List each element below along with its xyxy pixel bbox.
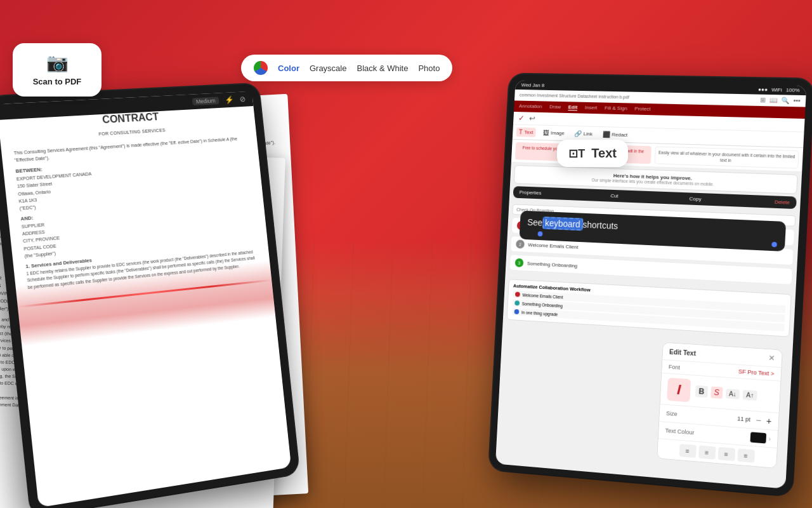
lightning-icon: ⚡ — [225, 95, 234, 104]
edit-text-panel: Edit Text ✕ Font SF Pro Text > I B S A↓ … — [657, 342, 783, 469]
scan-to-pdf-badge[interactable]: 📷 Scan to PDF — [13, 43, 102, 97]
size-small-btn[interactable]: A↓ — [725, 389, 740, 399]
align-center-btn[interactable]: ≡ — [698, 445, 716, 459]
scan-label: Scan to PDF — [33, 77, 82, 88]
collab-text-3: In one thing upgrade — [521, 310, 558, 316]
ks-prefix: See — [527, 217, 543, 228]
color-wheel-icon — [254, 61, 268, 75]
prop-copy[interactable]: Copy — [689, 196, 701, 203]
bold-btn[interactable]: B — [695, 385, 708, 398]
et-size-controls: 11 pt − + — [737, 413, 772, 426]
rt-filename: common Investment Structure Datasheet in… — [520, 93, 629, 100]
toolbar-annotation[interactable]: Annotation — [519, 104, 542, 110]
collab-text-1: Welcome Emails Client — [522, 293, 563, 299]
text-badge[interactable]: ⊡T Text — [557, 140, 628, 167]
rt-icon-search[interactable]: 🔍 — [782, 97, 790, 104]
color-opt-color[interactable]: Color — [278, 64, 299, 73]
list-num-2: 2 — [516, 240, 525, 249]
et-style-btns: B S A↓ A↑ — [695, 385, 757, 401]
handle-left — [537, 231, 542, 236]
align-right-btn[interactable]: ≡ — [717, 447, 735, 461]
italic-btn[interactable]: S — [710, 386, 723, 399]
redact-tool-icon: ⬛ — [602, 131, 610, 138]
link-tool-label: Link — [583, 131, 593, 137]
list-text-3: Something Onboarding — [527, 260, 578, 269]
edit-tool-redact[interactable]: ⬛ Redact — [599, 130, 630, 140]
ks-suffix: shortcuts — [582, 220, 618, 231]
toolbar-draw[interactable]: Draw — [549, 104, 561, 110]
et-close-btn[interactable]: ✕ — [768, 353, 775, 363]
et-color-label: Text Colour — [665, 427, 694, 436]
et-size-value: 11 pt — [737, 415, 750, 423]
toolbar-insert[interactable]: Insert — [585, 105, 598, 111]
toolbar-protect[interactable]: Protect — [634, 106, 651, 113]
et-size-plus[interactable]: + — [766, 416, 771, 427]
rt-battery: 100% — [786, 87, 800, 93]
edit-tool-link[interactable]: 🔗 Link — [572, 129, 595, 139]
color-opt-grayscale[interactable]: Grayscale — [310, 64, 347, 73]
text-tool-label: Text — [524, 130, 533, 135]
camera-icon: 📷 — [46, 52, 69, 73]
list-num-3: 3 — [514, 258, 523, 267]
et-color-chevron[interactable]: › — [768, 435, 771, 443]
collab-dot-2 — [514, 300, 520, 305]
redact-tool-label: Redact — [612, 131, 627, 138]
forbidden-icon: ⊘ — [239, 95, 246, 104]
image-tool-label: Image — [551, 130, 565, 136]
rt-time: Wed Jan 8 — [521, 82, 544, 88]
prop-cut[interactable]: Cut — [610, 193, 619, 199]
et-font-label: Font — [669, 364, 681, 371]
rt-icon-grid[interactable]: ⊞ — [760, 97, 766, 104]
text-tool-badge-icon: ⊡T — [568, 147, 585, 161]
edit-tool-text[interactable]: T Text — [516, 127, 536, 137]
edit-tool-image[interactable]: 🖼 Image — [540, 128, 567, 138]
prop-delete[interactable]: Delete — [775, 199, 790, 206]
check-icon[interactable]: ✓ — [518, 114, 525, 123]
tablet-right: Wed Jan 8 ●●● WiFi 100% common Investmen… — [489, 74, 812, 496]
size-large-btn[interactable]: A↑ — [743, 390, 757, 401]
toolbar-fill-sign[interactable]: Fill & Sign — [605, 105, 627, 112]
align-left-btn[interactable]: ≡ — [679, 444, 696, 458]
collab-dot-1 — [515, 292, 520, 297]
rt-icon-book[interactable]: 📖 — [769, 97, 778, 104]
rt-icon-more[interactable]: ••• — [793, 97, 801, 104]
medium-btn[interactable]: Medium — [192, 97, 219, 105]
scan-overlay — [0, 91, 291, 507]
image-tool-icon: 🖼 — [543, 130, 549, 137]
color-opt-photo[interactable]: Photo — [418, 64, 440, 73]
color-mode-badge: Color Grayscale Black & White Photo — [241, 55, 452, 81]
text-badge-label: Text — [591, 146, 617, 161]
prop-properties[interactable]: Properties — [519, 190, 541, 196]
collab-text-2: Something Onboarding — [522, 301, 563, 308]
color-opt-bw[interactable]: Black & White — [357, 64, 408, 73]
et-font-value[interactable]: SF Pro Text > — [738, 368, 775, 377]
undo-icon[interactable]: ↩ — [529, 114, 535, 123]
et-color-controls: › — [750, 432, 771, 444]
rt-signal: ●●● — [758, 86, 768, 92]
toolbar-edit[interactable]: Edit — [568, 104, 577, 110]
list-text-2: Welcome Emails Client — [528, 242, 578, 250]
tablet-left-screen: CONTRACT FOR CONSULTING SERVICES This Co… — [0, 91, 291, 507]
handle-right — [771, 242, 777, 248]
image-desc: Easily view all of whatever in your docu… — [658, 149, 796, 165]
et-size-minus[interactable]: − — [756, 415, 761, 425]
rt-wifi-icon: WiFi — [771, 87, 782, 93]
et-size-label: Size — [666, 410, 678, 417]
link-tool-icon: 🔗 — [574, 130, 582, 137]
text-tool-icon: T — [519, 129, 523, 136]
tablet-left: Medium ⚡ ⊘ CONTRACT FOR CONSULTING SERVI… — [0, 84, 299, 508]
align-justify-btn[interactable]: ≡ — [737, 448, 755, 463]
et-font-preview: I — [667, 378, 691, 403]
tablet-right-screen: Wed Jan 8 ●●● WiFi 100% common Investmen… — [495, 80, 806, 489]
et-title: Edit Text — [669, 348, 696, 357]
et-color-swatch[interactable] — [750, 432, 766, 443]
collab-dot-3 — [514, 309, 519, 314]
